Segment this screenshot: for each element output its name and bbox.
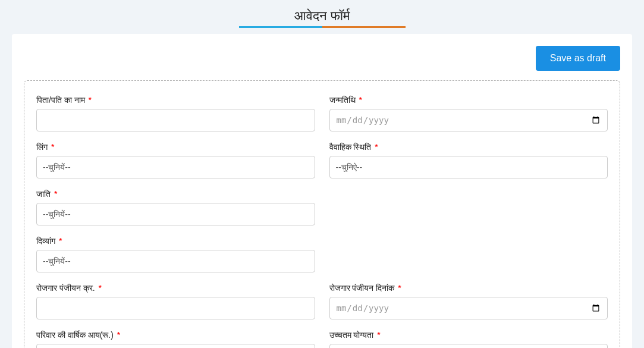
form-row-6: परिवार की वार्षिक आय(रू.) * उच्चतम योग्य…	[36, 330, 608, 348]
required-star: *	[89, 95, 92, 105]
required-star-caste: *	[54, 189, 57, 199]
form-row-1: पिता/पति का नाम * जन्मतिथि *	[36, 95, 608, 131]
required-star-divyang: *	[59, 236, 62, 246]
title-underline-orange	[322, 26, 406, 28]
father-name-group: पिता/पति का नाम *	[36, 95, 315, 131]
max-qualification-group: उच्चतम योग्यता * --चुनिऐ--	[329, 330, 608, 348]
employment-reg-date-label: रोजगार पंजीयन दिनांक *	[329, 283, 608, 293]
gender-label: लिंग *	[36, 142, 315, 152]
page-title: आवेदन फॉर्म	[0, 8, 644, 24]
page-header: आवेदन फॉर्म	[0, 0, 644, 28]
required-star-dob: *	[359, 95, 362, 105]
marital-status-select[interactable]: --चुनिऐ--	[329, 156, 608, 178]
form-row-4: दिव्यांग * --चुनियें--	[36, 236, 608, 272]
form-row-3: जाति * --चुनियें--	[36, 189, 608, 225]
father-name-label: पिता/पति का नाम *	[36, 95, 315, 105]
dob-input[interactable]	[329, 109, 608, 131]
dob-group: जन्मतिथि *	[329, 95, 608, 131]
marital-status-label: वैवाहिक स्थिति *	[329, 142, 608, 152]
top-bar: Save as draft	[12, 46, 632, 80]
required-star-gender: *	[51, 142, 54, 152]
gender-select[interactable]: --चुनियें--	[36, 156, 315, 178]
max-qualification-select[interactable]: --चुनिऐ--	[329, 344, 608, 348]
gender-group: लिंग * --चुनियें--	[36, 142, 315, 178]
marital-status-group: वैवाहिक स्थिति * --चुनिऐ--	[329, 142, 608, 178]
annual-income-input[interactable]	[36, 344, 315, 348]
save-draft-button[interactable]: Save as draft	[536, 46, 620, 71]
form-section: पिता/पति का नाम * जन्मतिथि * लिंग *	[24, 80, 620, 348]
employment-reg-date-input[interactable]	[329, 297, 608, 319]
employment-reg-date-group: रोजगार पंजीयन दिनांक *	[329, 283, 608, 319]
caste-label: जाति *	[36, 189, 315, 199]
caste-group: जाति * --चुनियें--	[36, 189, 315, 225]
required-star-income: *	[117, 330, 120, 340]
annual-income-group: परिवार की वार्षिक आय(रू.) *	[36, 330, 315, 348]
form-row-5: रोजगार पंजीयन क्र. * रोजगार पंजीयन दिनां…	[36, 283, 608, 319]
divyang-select[interactable]: --चुनियें--	[36, 250, 315, 272]
main-container: Save as draft पिता/पति का नाम * जन्मतिथि…	[12, 34, 632, 348]
required-star-marital: *	[375, 142, 378, 152]
divyang-group: दिव्यांग * --चुनियें--	[36, 236, 315, 272]
divyang-label: दिव्यांग *	[36, 236, 315, 246]
dob-label: जन्मतिथि *	[329, 95, 608, 105]
max-qualification-label: उच्चतम योग्यता *	[329, 330, 608, 340]
annual-income-label: परिवार की वार्षिक आय(रू.) *	[36, 330, 315, 340]
required-star-qual: *	[377, 330, 380, 340]
father-name-input[interactable]	[36, 109, 315, 131]
caste-select[interactable]: --चुनियें--	[36, 203, 315, 225]
title-underline	[0, 26, 644, 28]
employment-reg-no-group: रोजगार पंजीयन क्र. *	[36, 283, 315, 319]
required-star-emp-date: *	[398, 283, 401, 293]
form-row-2: लिंग * --चुनियें-- वैवाहिक स्थिति * --चु…	[36, 142, 608, 178]
required-star-emp-no: *	[99, 283, 102, 293]
employment-reg-no-label: रोजगार पंजीयन क्र. *	[36, 283, 315, 293]
employment-reg-no-input[interactable]	[36, 297, 315, 319]
title-underline-blue	[239, 26, 322, 28]
